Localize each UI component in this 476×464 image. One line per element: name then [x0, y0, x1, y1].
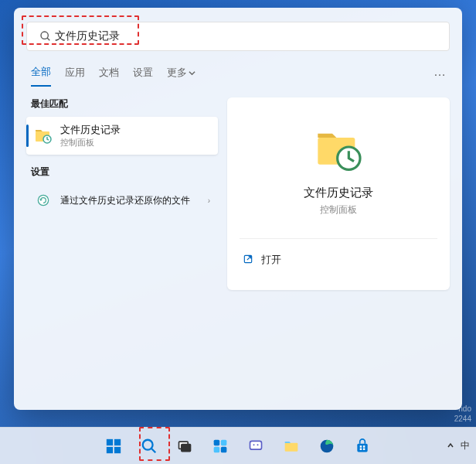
- taskbar: 中: [0, 427, 476, 464]
- chevron-down-icon: [189, 70, 196, 77]
- svg-rect-25: [357, 443, 367, 452]
- svg-point-12: [143, 439, 153, 449]
- svg-rect-10: [107, 446, 113, 452]
- edge-button[interactable]: [311, 431, 342, 462]
- section-settings: 设置: [26, 165, 218, 179]
- taskbar-search-button[interactable]: [134, 431, 165, 462]
- tray-overflow-button[interactable]: [447, 441, 454, 452]
- tab-documents[interactable]: 文档: [99, 66, 119, 86]
- svg-line-1: [47, 38, 49, 40]
- chat-button[interactable]: [240, 431, 271, 462]
- tab-more[interactable]: 更多: [167, 66, 196, 86]
- svg-rect-23: [285, 442, 298, 451]
- more-options-button[interactable]: …: [434, 65, 447, 79]
- open-icon: [243, 254, 253, 267]
- result-title: 文件历史记录: [60, 123, 210, 137]
- svg-rect-26: [360, 445, 362, 448]
- result-title: 通过文件历史记录还原你的文件: [60, 194, 200, 207]
- svg-rect-15: [182, 444, 191, 451]
- open-label: 打开: [261, 253, 281, 267]
- preview-panel: 文件历史记录 控制面板 打开: [227, 97, 450, 290]
- search-box[interactable]: [26, 22, 450, 51]
- ime-indicator[interactable]: 中: [461, 439, 470, 452]
- restore-icon: [34, 191, 53, 210]
- preview-title: 文件历史记录: [240, 186, 437, 200]
- results-content: 最佳匹配 文件历史记录 控制面板 设置 通过文件历史记录还原你的文件: [26, 97, 450, 290]
- system-tray: 中: [447, 439, 470, 452]
- open-action[interactable]: 打开: [240, 248, 437, 271]
- svg-rect-16: [214, 439, 220, 445]
- svg-rect-9: [114, 438, 121, 445]
- svg-point-21: [253, 444, 255, 445]
- result-restore-files[interactable]: 通过文件历史记录还原你的文件 ›: [26, 185, 218, 216]
- section-best-match: 最佳匹配: [26, 97, 218, 111]
- svg-rect-8: [107, 438, 113, 445]
- svg-point-4: [38, 195, 48, 205]
- svg-rect-19: [221, 446, 227, 452]
- folder-clock-icon: [34, 127, 53, 145]
- svg-rect-18: [214, 446, 220, 452]
- result-file-history[interactable]: 文件历史记录 控制面板: [26, 117, 218, 155]
- widgets-button[interactable]: [205, 431, 236, 462]
- svg-rect-11: [114, 446, 121, 452]
- svg-rect-28: [360, 448, 362, 450]
- result-subtitle: 控制面板: [60, 137, 210, 148]
- preview-subtitle: 控制面板: [240, 203, 437, 217]
- svg-rect-17: [221, 439, 227, 445]
- svg-rect-29: [363, 448, 366, 450]
- store-button[interactable]: [347, 431, 378, 462]
- chevron-right-icon: ›: [208, 196, 210, 205]
- search-icon: [36, 27, 55, 46]
- search-input[interactable]: [55, 30, 440, 43]
- folder-clock-large-icon: [314, 125, 363, 175]
- svg-line-13: [151, 448, 156, 452]
- results-list: 最佳匹配 文件历史记录 控制面板 设置 通过文件历史记录还原你的文件: [26, 97, 218, 290]
- task-view-button[interactable]: [169, 431, 200, 462]
- svg-rect-20: [250, 441, 262, 449]
- start-button[interactable]: [98, 431, 129, 462]
- filter-tabs: 全部 应用 文档 设置 更多 …: [26, 65, 450, 87]
- tab-apps[interactable]: 应用: [65, 66, 85, 86]
- tab-all[interactable]: 全部: [31, 65, 51, 87]
- explorer-button[interactable]: [276, 431, 307, 462]
- tab-settings[interactable]: 设置: [133, 66, 153, 86]
- watermark: ndo 2244: [454, 404, 471, 424]
- svg-point-22: [257, 444, 259, 445]
- svg-rect-27: [363, 445, 366, 448]
- svg-point-0: [41, 32, 48, 39]
- preview-actions: 打开: [240, 238, 437, 271]
- search-panel: 全部 应用 文档 设置 更多 … 最佳匹配 文件历史记录 控制面板 设置: [14, 8, 462, 410]
